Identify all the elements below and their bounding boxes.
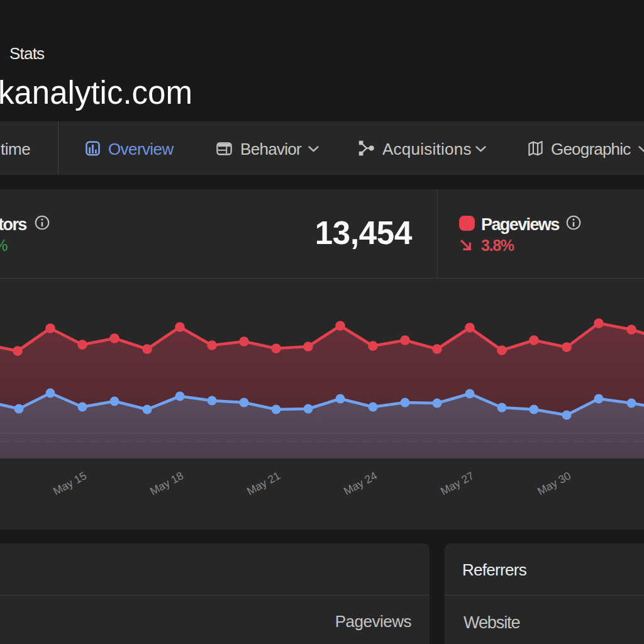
svg-text:May 24: May 24 <box>341 469 379 497</box>
svg-text:May 18: May 18 <box>148 469 186 497</box>
svg-text:May 15: May 15 <box>51 469 89 497</box>
svg-text:May 30: May 30 <box>535 469 573 497</box>
svg-text:May 27: May 27 <box>438 469 476 497</box>
svg-text:May 21: May 21 <box>245 469 282 497</box>
